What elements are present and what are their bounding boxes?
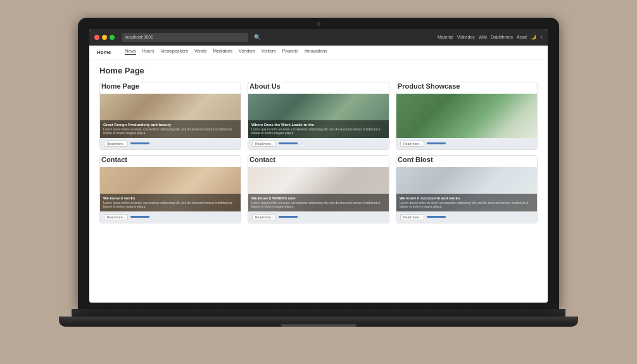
cards-row-2: Contact We know it works Lorem ipsum dol… [99, 155, 538, 223]
card-home-page: Home Page Great Design Productivity and … [99, 82, 241, 150]
card-home-page-overlay-text: Lorem ipsum dolor sit amet, consectetur … [103, 127, 237, 135]
acad-link[interactable]: Acad [517, 35, 527, 39]
nav-item-viewspeakers[interactable]: Viewspeakers [160, 49, 187, 55]
card-contact-2-overlay: We know it WORKS also Lorem ipsum dolor … [248, 194, 389, 211]
card-contact-1-footer: Read more › [100, 211, 241, 223]
main-content: Home Page Home Page Great Design Product… [89, 60, 548, 303]
card-home-page-bar [130, 142, 149, 144]
card-contact-2-title: Contact [248, 156, 389, 163]
card-cont-blost-footer: Read more › [396, 211, 537, 223]
card-home-page-footer: Read more › [100, 138, 241, 149]
laptop-container: localhost:3000 🔍 Material Vidividos Wiki… [72, 18, 565, 347]
card-cont-blost-overlay: We know it successful and works Lorem ip… [396, 194, 537, 211]
card-contact-2-overlay-title: We know it WORKS also [251, 196, 386, 200]
card-home-page-overlay-title: Great Design Productivity and beauty [103, 123, 237, 127]
screen-bezel: localhost:3000 🔍 Material Vidividos Wiki… [78, 18, 559, 309]
card-contact-1-image: We know it works Lorem ipsum dolor sit a… [100, 167, 241, 211]
card-product-showcase-btn[interactable]: Read more › [400, 141, 424, 147]
site-logo[interactable]: Home [97, 49, 111, 55]
nav-items: News Hours Viewspeakers Vends Mediators … [125, 49, 327, 55]
card-about-us-title: About Us [248, 82, 389, 90]
nav-item-vends[interactable]: Vends [194, 49, 206, 55]
card-cont-blost: Cont Blost We know it successful and wor… [396, 155, 538, 223]
browser-window: localhost:3000 🔍 Material Vidividos Wiki… [89, 29, 548, 303]
card-cont-blost-overlay-text: Lorem ipsum dolor sit amet, consectetur … [400, 201, 534, 209]
card-cont-blost-bar [427, 216, 446, 218]
dablithmos-link[interactable]: Dablithmos [491, 35, 513, 39]
card-about-us-overlay-title: Where Does the Work Leads to the [251, 123, 386, 127]
wiki-link[interactable]: Wiki [479, 35, 487, 39]
card-contact-2-bar [279, 216, 298, 218]
card-product-showcase-bar [427, 142, 446, 144]
card-cont-blost-overlay-title: We know it successful and works [400, 196, 534, 200]
browser-chrome: localhost:3000 🔍 Material Vidividos Wiki… [89, 29, 548, 46]
nav-item-news[interactable]: News [125, 49, 136, 55]
traffic-lights [94, 35, 115, 40]
card-about-us-bar [279, 142, 298, 144]
plus-icon[interactable]: + [540, 35, 543, 39]
card-contact-2-btn[interactable]: Read more › [252, 214, 276, 220]
card-about-us-image: Where Does the Work Leads to the Lorem i… [248, 94, 389, 138]
card-product-showcase: Product Showcase Read more › [396, 82, 538, 150]
card-home-page-image: Great Design Productivity and beauty Lor… [100, 94, 241, 138]
card-cont-blost-btn[interactable]: Read more › [400, 214, 424, 220]
card-contact-2-footer: Read more › [248, 211, 389, 223]
card-product-showcase-footer: Read more › [396, 138, 537, 149]
nav-item-hours[interactable]: Hours [142, 49, 155, 55]
card-about-us-overlay-text: Lorem ipsum dolor sit amet, consectetur … [251, 127, 386, 135]
cards-row-1: Home Page Great Design Productivity and … [99, 82, 538, 150]
card-contact-2: Contact We know it WORKS also Lorem ipsu… [248, 155, 389, 223]
card-cont-blost-title: Cont Blost [396, 156, 537, 163]
card-home-page-overlay: Great Design Productivity and beauty Lor… [100, 120, 241, 138]
card-contact-1-overlay: We know it works Lorem ipsum dolor sit a… [100, 194, 241, 211]
close-button[interactable] [94, 35, 99, 40]
material-link[interactable]: Material [438, 35, 453, 39]
laptop-hinge [72, 309, 565, 317]
laptop-base [59, 317, 578, 327]
camera [317, 22, 320, 26]
card-about-us-overlay: Where Does the Work Leads to the Lorem i… [248, 120, 389, 138]
card-contact-1-btn[interactable]: Read more › [104, 214, 128, 220]
address-bar[interactable]: localhost:3000 [122, 33, 248, 42]
card-contact-1-overlay-text: Lorem ipsum dolor sit amet, consectetur … [103, 201, 237, 209]
card-home-page-title: Home Page [100, 82, 241, 90]
card-cont-blost-image: We know it successful and works Lorem ip… [396, 167, 537, 211]
card-contact-2-image: We know it WORKS also Lorem ipsum dolor … [248, 167, 389, 211]
nav-item-visitors[interactable]: Visitors [262, 49, 276, 55]
page-title: Home Page [99, 66, 538, 75]
card-contact-1-bar [130, 216, 149, 218]
moon-icon: 🌙 [531, 35, 536, 40]
nav-item-innovations[interactable]: Innovations [305, 49, 327, 55]
nav-item-mediators[interactable]: Mediators [213, 49, 232, 55]
vidividos-link[interactable]: Vidividos [457, 35, 475, 39]
url-text: localhost:3000 [125, 35, 153, 39]
card-contact-1-overlay-title: We know it works [103, 196, 237, 200]
card-about-us-btn[interactable]: Read more › [252, 141, 276, 147]
card-about-us: About Us Where Does the Work Leads to th… [248, 82, 389, 150]
card-contact-2-overlay-text: Lorem ipsum dolor sit amet, consectetur … [251, 201, 386, 209]
nav-item-pouncio[interactable]: Pouncio [282, 49, 298, 55]
browser-action-items: Material Vidividos Wiki Dablithmos Acad … [438, 35, 543, 40]
maximize-button[interactable] [110, 35, 115, 40]
search-icon[interactable]: 🔍 [254, 34, 261, 41]
card-about-us-footer: Read more › [248, 138, 389, 149]
card-product-showcase-title: Product Showcase [396, 82, 537, 90]
card-contact-1: Contact We know it works Lorem ipsum dol… [99, 155, 241, 223]
nav-item-vendors[interactable]: Vendors [239, 49, 255, 55]
minimize-button[interactable] [102, 35, 107, 40]
card-home-page-btn[interactable]: Read more › [104, 141, 128, 147]
card-product-showcase-image [396, 94, 537, 138]
site-nav: Home News Hours Viewspeakers Vends Media… [89, 46, 548, 60]
card-contact-1-title: Contact [100, 156, 241, 163]
